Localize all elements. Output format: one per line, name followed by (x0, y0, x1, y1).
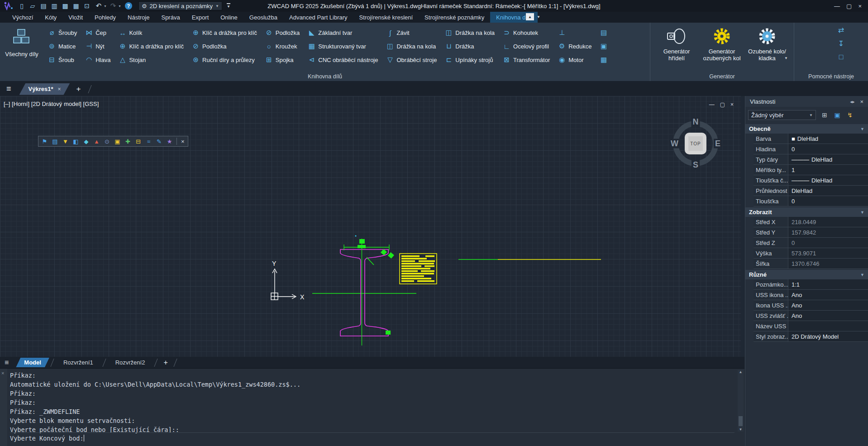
property-value[interactable]: 2D Drátový Model (788, 331, 868, 341)
compass-top-button[interactable]: TOP (685, 133, 706, 154)
ribbon-item[interactable]: ◉Motor (558, 53, 591, 67)
ribbon-item[interactable]: ⊘Podložka (192, 39, 257, 53)
ribbon-item[interactable]: ⊣Nýt (85, 39, 110, 53)
menu-tab[interactable]: Online (215, 12, 243, 23)
ribbon-item[interactable]: ⊕Klíč a drážka pro klíč (192, 26, 257, 39)
new-file-icon[interactable]: ▯ (16, 1, 27, 10)
plus-tool-icon[interactable]: ✚ (123, 137, 133, 146)
toggle-pickadd-icon[interactable]: ▣ (832, 110, 843, 120)
property-value[interactable]: 1370.6746 (788, 259, 868, 269)
compass-south[interactable]: S (692, 160, 700, 170)
command-input[interactable]: Vyberte Koncový bod: (10, 432, 734, 444)
star-tool-icon[interactable]: ★ (165, 137, 174, 146)
unit-converter-icon[interactable]: ⇄ (838, 26, 844, 39)
gear-generator-button[interactable]: Generátor ozubených kol (699, 24, 744, 62)
menu-tab[interactable]: Export (186, 12, 215, 23)
property-value[interactable]: Ano (788, 290, 868, 300)
ribbon-options-icon[interactable]: ▼ (537, 15, 540, 19)
property-value[interactable] (788, 321, 868, 331)
menu-tab[interactable]: Kóty (39, 12, 62, 23)
ribbon-item[interactable]: ⊛Ruční díry a průlezy (192, 53, 257, 67)
menu-tab[interactable]: Strojírenské kreslení (353, 12, 419, 23)
panel-close-icon[interactable]: × (860, 98, 863, 105)
undo-icon[interactable]: ↶ (94, 2, 103, 10)
document-tab[interactable]: Výkres1* × (19, 83, 70, 95)
quick-select-icon[interactable]: ⊞ (819, 110, 830, 120)
ribbon-item[interactable]: ◫Drážka na kola (386, 39, 437, 53)
help-icon[interactable]: ? (125, 2, 132, 10)
layout-tab[interactable]: Rozvržení2 (107, 358, 153, 367)
workspace-dropdown[interactable]: ⚙ 2D kreslení a poznámky ▼ (138, 1, 222, 10)
ribbon-item[interactable]: ⊏Upínáky strojů (445, 53, 495, 67)
property-value[interactable]: ———DleHlad (788, 175, 868, 185)
property-value[interactable]: 0 (788, 144, 868, 154)
navigation-compass[interactable]: N W E S TOP (671, 119, 720, 168)
compass-west[interactable]: W (669, 139, 680, 149)
ribbon-item[interactable]: ⌀Šrouby (48, 26, 77, 39)
ribbon-item[interactable]: ▣ (600, 39, 608, 53)
ribbon-item[interactable]: ⋈Čep (85, 26, 110, 39)
ribbon-item[interactable]: ⊃Kohoutek (503, 26, 550, 39)
flame-tool-icon[interactable]: ▲ (92, 137, 101, 146)
ribbon-item[interactable]: ○Kroužek (265, 39, 300, 53)
undo-dropdown-icon[interactable]: ▼ (104, 5, 107, 8)
image-tool-icon[interactable]: ▣ (113, 137, 122, 146)
compass-east[interactable]: E (714, 139, 722, 149)
new-layout-button[interactable]: + (159, 359, 172, 367)
pin-tool-icon[interactable]: ⚑ (40, 137, 49, 146)
menu-tab[interactable]: Strojírenské poznámky (419, 12, 490, 23)
app-logo-icon[interactable] (3, 1, 14, 10)
print-icon[interactable]: ▦ (71, 1, 81, 10)
spline-tool-icon[interactable]: ≈ (144, 137, 153, 146)
property-value[interactable]: 1 (788, 165, 868, 175)
ribbon-item[interactable]: ▦ (600, 53, 608, 67)
save-icon[interactable]: ▤ (38, 1, 49, 10)
layout-tab[interactable]: Rozvržení1 (55, 358, 101, 367)
ribbon-item[interactable]: ⊘Podložka (265, 26, 300, 39)
section-header[interactable]: Zobrazit ▼ (745, 207, 868, 217)
ribbon-item[interactable]: ∟Ocelový profil (503, 39, 550, 53)
ribbon-item[interactable]: ▤ (600, 26, 608, 39)
ribbon-item[interactable]: ⊟Šroub (48, 53, 77, 67)
selection-dropdown[interactable]: Žádný výběr ▼ (748, 110, 816, 120)
view-tool-icon[interactable]: ⊙ (102, 137, 112, 146)
property-value[interactable]: Ano (788, 311, 868, 321)
property-value[interactable]: 0 (788, 196, 868, 206)
property-value[interactable]: ■DleHlad (788, 134, 868, 144)
layout-tab[interactable]: Model (16, 358, 49, 367)
scroll-up-icon[interactable]: ▲ (738, 370, 744, 374)
property-value[interactable]: ———DleHlad (788, 154, 868, 164)
gear-pulley-button[interactable]: Ozubené kolo/ kladka ▼ (744, 24, 790, 62)
menu-tab[interactable]: Správa (155, 12, 186, 23)
new-document-tab-button[interactable]: + (70, 85, 87, 94)
ribbon-collapse-button[interactable]: ▲ (526, 13, 534, 20)
property-value[interactable]: 218.0449 (788, 217, 868, 227)
property-value[interactable]: Ano (788, 300, 868, 310)
ribbon-item[interactable]: ⊲CNC obráběcí nástroje (308, 53, 378, 67)
folder-tool-icon[interactable]: ⊟ (134, 137, 143, 146)
layers-tool-icon[interactable]: ▤ (50, 137, 60, 146)
restore-button[interactable]: ▢ (846, 3, 852, 10)
close-button[interactable]: × (858, 3, 862, 10)
property-value[interactable]: 157.9842 (788, 227, 868, 237)
redo-dropdown-icon[interactable]: ▼ (118, 5, 121, 8)
layer-edit-tool-icon[interactable]: ◧ (71, 137, 81, 146)
print-preview-icon[interactable]: ⊡ (81, 1, 92, 10)
gem-tool-icon[interactable]: ◆ (81, 137, 91, 146)
shaft-generator-button[interactable]: Generátor hřídelí (654, 24, 699, 62)
section-header[interactable]: Různé ▼ (745, 270, 868, 279)
section-header[interactable]: Obecně ▼ (745, 124, 868, 134)
pencil-tool-icon[interactable]: ✎ (154, 137, 164, 146)
ribbon-item[interactable]: ↔Kolík (119, 26, 184, 39)
save-as-icon[interactable]: ▥ (49, 1, 60, 10)
menu-tab[interactable]: Nástroje (122, 12, 155, 23)
compass-north[interactable]: N (692, 117, 700, 127)
panel-dock-icon[interactable]: ◂▸ (850, 99, 854, 104)
ribbon-item[interactable]: ◠Hlava (85, 53, 110, 67)
frame-tool-icon[interactable]: □ (839, 53, 844, 67)
ribbon-item[interactable]: ⊞Spojka (265, 53, 300, 67)
menu-tab[interactable]: Výchozí (6, 12, 39, 23)
document-menu-icon[interactable]: ≡ (0, 84, 19, 94)
ribbon-item[interactable]: ⊠Transformátor (503, 53, 550, 67)
drawing-canvas[interactable]: [–] [Horní] [2D Drátový model] [GSS] — ▢… (0, 96, 741, 357)
